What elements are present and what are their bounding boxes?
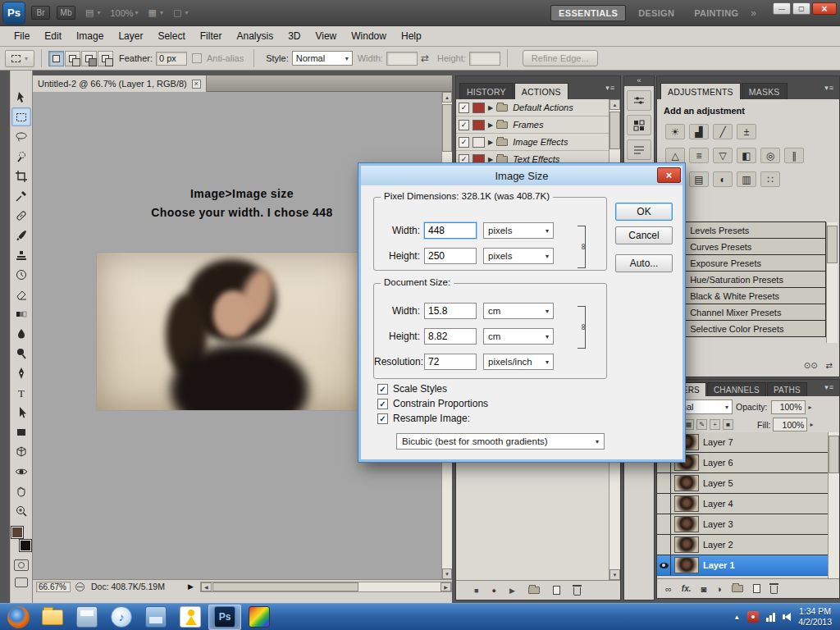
switch-panel-view-icon[interactable]: ⇄ xyxy=(826,361,833,370)
visibility-toggle[interactable] xyxy=(657,514,671,534)
menu-file[interactable]: File xyxy=(7,26,37,47)
crop-tool[interactable] xyxy=(11,167,31,185)
scroll-down-icon[interactable]: ▼ xyxy=(442,568,452,579)
visibility-toggle[interactable] xyxy=(657,535,671,555)
history-brush-tool[interactable] xyxy=(11,265,31,284)
close-tab-icon[interactable]: × xyxy=(192,80,201,89)
lasso-tool[interactable] xyxy=(11,127,31,146)
expand-arrow-icon[interactable]: ▶ xyxy=(488,104,493,112)
doc-width-input[interactable] xyxy=(424,303,477,319)
expand-arrow-icon[interactable]: ▶ xyxy=(488,139,493,146)
lock-transparency-icon[interactable]: ▦ xyxy=(683,419,694,430)
visibility-toggle[interactable] xyxy=(657,473,671,493)
panel-menu-icon[interactable]: ▾≡ xyxy=(824,383,834,391)
scroll-thumb[interactable] xyxy=(827,226,838,263)
quick-selection-tool[interactable] xyxy=(11,147,31,166)
hand-tool[interactable] xyxy=(11,482,31,500)
gradient-map-icon[interactable]: ▥ xyxy=(737,171,756,187)
menu-edit[interactable]: Edit xyxy=(37,26,69,47)
menu-help[interactable]: Help xyxy=(394,26,429,47)
action-set-row[interactable]: ✓ ▶ Image Effects xyxy=(456,134,609,151)
opacity-value[interactable]: 100% xyxy=(771,400,806,414)
layer-thumbnail[interactable] xyxy=(674,516,699,532)
antivirus-tray-icon[interactable] xyxy=(747,611,759,623)
workspace-painting[interactable]: PAINTING xyxy=(687,6,746,21)
exposure-icon[interactable]: ± xyxy=(737,124,756,139)
add-to-selection-mode-button[interactable] xyxy=(65,51,80,66)
height-input[interactable] xyxy=(469,52,500,66)
scroll-left-icon[interactable]: ◀ xyxy=(201,582,212,591)
arrange-documents-button[interactable]: ▦ ▾ xyxy=(148,7,163,18)
checkbox-check-icon[interactable]: ✓ xyxy=(377,413,388,424)
new-layer-icon[interactable] xyxy=(753,584,760,593)
action-toggle-checkbox[interactable]: ✓ xyxy=(459,137,469,148)
expand-arrow-icon[interactable]: ▶ xyxy=(488,121,493,129)
doc-width-unit-dropdown[interactable]: cm ▾ xyxy=(483,303,554,319)
swatches-panel-icon[interactable] xyxy=(627,115,651,135)
menu-filter[interactable]: Filter xyxy=(193,26,230,47)
pixel-height-input[interactable] xyxy=(424,248,477,264)
quick-mask-button[interactable] xyxy=(14,559,29,571)
pixel-height-unit-dropdown[interactable]: pixels ▾ xyxy=(483,248,554,264)
pen-tool[interactable] xyxy=(11,363,31,382)
preset-row[interactable]: ▶Curves Presets xyxy=(660,238,826,255)
checkbox-check-icon[interactable]: ✓ xyxy=(377,399,388,409)
rectangle-shape-tool[interactable] xyxy=(11,422,31,441)
threshold-icon[interactable]: ◐ xyxy=(713,171,733,187)
curves-icon[interactable]: ╱ xyxy=(713,124,733,139)
dialog-close-button[interactable]: × xyxy=(657,167,681,183)
sliders-panel-icon[interactable] xyxy=(627,90,651,111)
menu-view[interactable]: View xyxy=(308,26,344,47)
clip-to-layer-icon[interactable]: ⊙⊙ xyxy=(804,361,818,370)
lock-all-icon[interactable]: ■ xyxy=(723,419,733,430)
preset-row[interactable]: ▶Levels Presets xyxy=(660,221,826,239)
visibility-toggle[interactable] xyxy=(657,494,671,514)
scale-styles-checkbox-row[interactable]: ✓ Scale Styles xyxy=(377,382,447,395)
styles-panel-icon[interactable] xyxy=(627,139,651,160)
tab-history[interactable]: HISTORY xyxy=(459,83,514,99)
layer-thumbnail[interactable] xyxy=(674,495,699,512)
channel-mixer-icon[interactable]: ∥ xyxy=(784,148,804,163)
status-flyout-arrow-icon[interactable]: ▶ xyxy=(188,582,194,591)
launch-bridge-button[interactable]: Br xyxy=(31,6,50,20)
layer-thumbnail[interactable] xyxy=(674,536,699,553)
scroll-right-icon[interactable]: ▶ xyxy=(441,582,451,591)
subtract-from-selection-mode-button[interactable] xyxy=(81,51,97,66)
rectangular-marquee-tool[interactable] xyxy=(11,107,31,126)
type-tool[interactable]: T xyxy=(11,383,31,402)
ok-button[interactable]: OK xyxy=(615,203,673,221)
antialias-checkbox[interactable] xyxy=(192,53,202,63)
scroll-down-icon[interactable]: ▼ xyxy=(609,569,620,580)
vibrance-icon[interactable]: △ xyxy=(665,148,685,163)
panel-menu-icon[interactable]: ▾≡ xyxy=(824,84,834,92)
checkbox-check-icon[interactable]: ✓ xyxy=(377,384,388,395)
tab-masks[interactable]: MASKS xyxy=(742,83,788,99)
lock-position-icon[interactable]: + xyxy=(710,419,720,430)
tool-preset-picker[interactable]: ▾ xyxy=(5,50,34,67)
workspace-essentials[interactable]: ESSENTIALS xyxy=(550,5,626,21)
eyedropper-tool[interactable] xyxy=(11,186,31,205)
link-layers-icon[interactable]: ∞ xyxy=(665,584,672,594)
launch-mini-bridge-button[interactable]: Mb xyxy=(57,6,75,20)
constrain-proportions-checkbox-row[interactable]: ✓ Constrain Proportions xyxy=(377,397,488,410)
foreground-color-swatch[interactable] xyxy=(11,527,23,538)
zoom-level-control[interactable]: 100% ▾ xyxy=(110,8,138,18)
new-group-icon[interactable] xyxy=(732,585,743,592)
move-tool[interactable] xyxy=(11,88,31,107)
panel-menu-icon[interactable]: ▾≡ xyxy=(605,84,615,92)
preset-row[interactable]: ▶Channel Mixer Presets xyxy=(660,304,826,321)
preset-row[interactable]: ▶Black & White Presets xyxy=(660,287,826,304)
photo-filter-icon[interactable]: ◎ xyxy=(760,148,780,163)
presets-scrollbar[interactable] xyxy=(826,222,838,343)
pixel-width-unit-dropdown[interactable]: pixels ▾ xyxy=(483,222,554,239)
opacity-slider-arrow-icon[interactable]: ▸ xyxy=(809,404,812,411)
layer-row[interactable]: Layer 4 xyxy=(657,494,828,514)
action-toggle-checkbox[interactable]: ✓ xyxy=(459,103,469,113)
posterize-icon[interactable]: ▤ xyxy=(689,171,709,187)
color-swatches[interactable] xyxy=(11,527,31,551)
feather-input[interactable] xyxy=(156,52,187,66)
resolution-input[interactable] xyxy=(424,354,477,370)
background-color-swatch[interactable] xyxy=(20,540,31,551)
dialog-title-bar[interactable]: Image Size × xyxy=(361,166,682,185)
begin-recording-icon[interactable]: ● xyxy=(491,587,495,595)
